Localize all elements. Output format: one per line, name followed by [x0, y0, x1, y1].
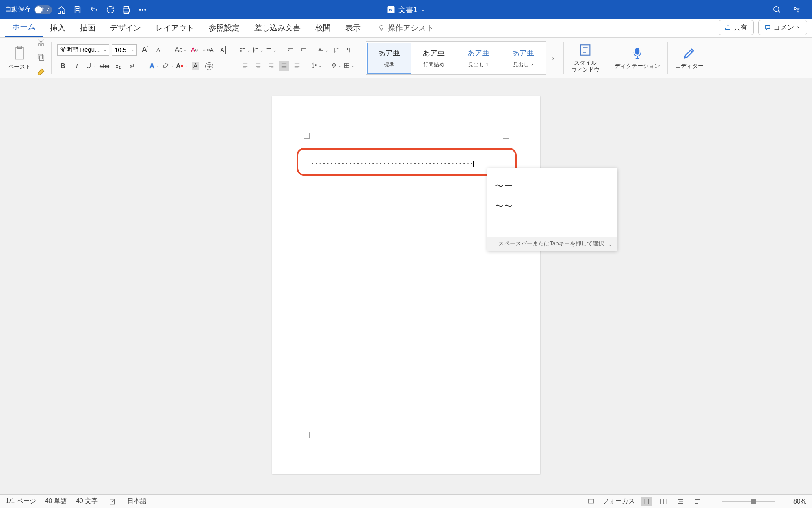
line-spacing-button[interactable]: ⌄ — [311, 61, 322, 71]
status-bar: 1/1 ページ 40 単語 40 文字 日本語 フォーカス − + 80% — [0, 494, 812, 508]
tab-review[interactable]: 校閲 — [308, 18, 338, 37]
dictation-button[interactable]: ディクテーション — [609, 46, 666, 69]
ime-candidate[interactable]: 〜ー — [495, 176, 610, 196]
document-title[interactable]: w 文書1 ⌄ — [387, 5, 425, 15]
indent-decrease-button[interactable] — [285, 45, 296, 56]
align-justify-button[interactable] — [279, 61, 289, 71]
tab-design[interactable]: デザイン — [103, 18, 148, 37]
share-button[interactable]: 共有 — [719, 20, 754, 35]
print-icon[interactable] — [119, 3, 133, 17]
save-icon[interactable] — [71, 3, 84, 17]
phonetic-button[interactable]: abcA — [203, 44, 214, 56]
text-effect-button[interactable]: A⌄ — [148, 61, 160, 72]
multilevel-button[interactable]: ⌄ — [266, 45, 276, 56]
autosave-control[interactable]: 自動保存 オフ — [5, 5, 52, 14]
numbering-button[interactable]: 123⌄ — [253, 45, 263, 56]
redo-icon[interactable] — [103, 3, 117, 17]
web-layout-view-icon[interactable] — [658, 497, 669, 506]
font-group: 游明朝 Regu...⌄ 10.5⌄ Aˆ Aˇ Aa⌄ A⊘ abcA A B… — [53, 41, 232, 75]
font-name-select[interactable]: 游明朝 Regu...⌄ — [57, 44, 109, 56]
char-border-button[interactable]: A — [217, 44, 228, 56]
font-size-select[interactable]: 10.5⌄ — [112, 44, 137, 56]
status-chars[interactable]: 40 文字 — [76, 497, 98, 506]
borders-button[interactable]: ⌄ — [344, 61, 354, 71]
tab-view[interactable]: 表示 — [338, 18, 368, 37]
clear-format-button[interactable]: A⊘ — [189, 44, 200, 56]
style-pane-button[interactable]: スタイル ウィンドウ — [565, 43, 605, 73]
highlight-button[interactable]: ⌄ — [162, 61, 173, 72]
asian-layout-button[interactable]: ⌄ — [318, 45, 328, 56]
align-center-button[interactable] — [253, 61, 263, 71]
shrink-font-button[interactable]: Aˇ — [153, 44, 165, 56]
strike-button[interactable]: abc — [99, 61, 110, 72]
print-layout-view-icon[interactable] — [641, 497, 652, 506]
status-words[interactable]: 40 単語 — [45, 497, 67, 506]
tab-insert[interactable]: 挿入 — [43, 18, 73, 37]
chevron-down-icon[interactable]: ⌄ — [608, 241, 613, 247]
search-icon[interactable] — [770, 3, 784, 17]
undo-icon[interactable] — [87, 3, 101, 17]
change-case-button[interactable]: Aa⌄ — [175, 44, 186, 56]
tab-assist[interactable]: 操作アシスト — [370, 18, 441, 37]
ribbon-options-icon[interactable] — [789, 3, 804, 17]
enclose-char-button[interactable]: 字 — [204, 61, 215, 72]
superscript-button[interactable]: x² — [126, 61, 138, 72]
align-right-button[interactable] — [266, 61, 276, 71]
status-language[interactable]: 日本語 — [127, 497, 147, 506]
svg-point-3 — [774, 6, 779, 11]
styles-gallery[interactable]: あア亜標準あア亜行間詰めあア亜見出し 1あア亜見出し 2 — [366, 41, 546, 75]
paragraph-group: ⌄ 123⌄ ⌄ ⌄ ⌄ ⌄ ⌄ — [236, 41, 358, 75]
styles-more-button[interactable]: › — [549, 55, 558, 61]
home-icon[interactable] — [54, 3, 68, 17]
zoom-slider[interactable] — [722, 501, 775, 502]
align-distribute-button[interactable] — [292, 61, 302, 71]
format-painter-icon[interactable] — [37, 67, 45, 78]
indent-increase-button[interactable] — [298, 45, 309, 56]
zoom-level[interactable]: 80% — [793, 498, 806, 505]
tab-layout[interactable]: レイアウト — [148, 18, 201, 37]
focus-mode-icon[interactable] — [585, 497, 597, 506]
style-item[interactable]: あア亜見出し 1 — [457, 43, 500, 74]
italic-button[interactable]: I — [71, 61, 82, 72]
zoom-in-button[interactable]: + — [780, 497, 788, 506]
tab-draw[interactable]: 描画 — [73, 18, 103, 37]
bold-button[interactable]: B — [57, 61, 69, 72]
zoom-out-button[interactable]: − — [709, 497, 716, 506]
copy-icon[interactable] — [37, 53, 45, 63]
char-shading-button[interactable]: A — [190, 61, 201, 72]
tab-mailings[interactable]: 差し込み文書 — [247, 18, 308, 37]
tab-home[interactable]: ホーム — [5, 17, 43, 37]
document-area[interactable]: - - - - - - - - - - - - - - - - - - - - … — [0, 78, 812, 489]
tab-references[interactable]: 参照設定 — [201, 18, 247, 37]
ime-candidate[interactable]: 〜〜 — [495, 196, 610, 217]
outline-view-icon[interactable] — [675, 497, 686, 506]
show-marks-button[interactable] — [344, 45, 354, 56]
align-left-button[interactable] — [240, 61, 250, 71]
document-page[interactable]: - - - - - - - - - - - - - - - - - - - - … — [272, 96, 540, 474]
comment-icon — [764, 24, 771, 31]
more-icon[interactable] — [136, 3, 149, 17]
bullets-button[interactable]: ⌄ — [240, 45, 250, 56]
sort-button[interactable] — [331, 45, 341, 56]
status-focus[interactable]: フォーカス — [602, 497, 635, 506]
cut-icon[interactable] — [37, 38, 45, 49]
underline-button[interactable]: U⌄ — [85, 61, 96, 72]
subscript-button[interactable]: x₂ — [113, 61, 124, 72]
grow-font-button[interactable]: Aˆ — [139, 44, 151, 56]
style-item[interactable]: あア亜行間詰め — [412, 43, 456, 74]
font-color-button[interactable]: A⌄ — [176, 61, 187, 72]
document-text-line[interactable]: - - - - - - - - - - - - - - - - - - - - … — [312, 161, 505, 167]
editor-button[interactable]: エディター — [669, 46, 709, 69]
spellcheck-icon[interactable] — [107, 497, 118, 506]
draft-view-icon[interactable] — [692, 497, 703, 506]
comment-button[interactable]: コメント — [758, 20, 807, 35]
margin-marker-icon — [503, 432, 509, 438]
paste-button[interactable]: ペースト — [8, 46, 31, 71]
style-item[interactable]: あア亜標準 — [367, 43, 411, 74]
style-item[interactable]: あア亜見出し 2 — [501, 43, 545, 74]
shading-button[interactable]: ⌄ — [331, 61, 341, 71]
status-page[interactable]: 1/1 ページ — [6, 497, 36, 506]
svg-point-9 — [42, 43, 44, 46]
autosave-toggle[interactable]: オフ — [34, 5, 52, 14]
ime-candidate-popup[interactable]: 〜ー〜〜 スペースバーまたはTabキーを押して選択 ⌄ — [487, 168, 617, 251]
